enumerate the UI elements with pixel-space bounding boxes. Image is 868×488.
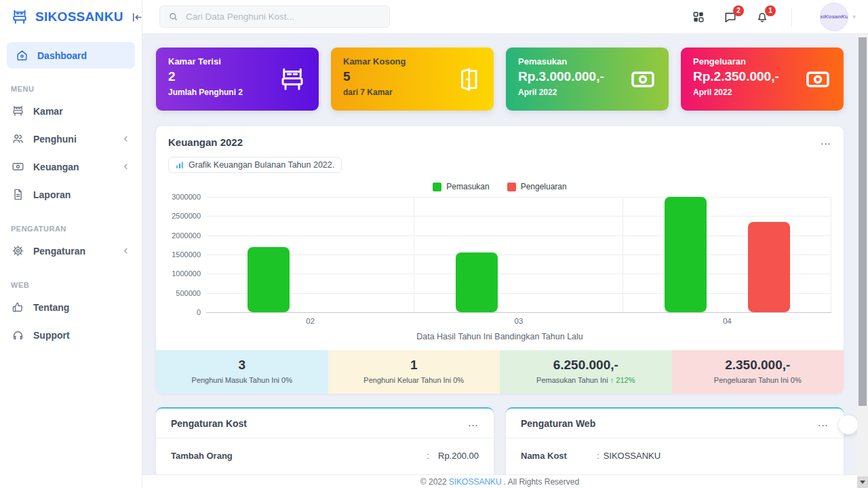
legend-swatch [507, 183, 516, 191]
setting-separator: : [427, 451, 429, 461]
chart-bars-layer [206, 197, 831, 312]
door-open-icon [456, 67, 481, 92]
header-divider [791, 7, 792, 26]
scrollbar-thumb[interactable] [859, 37, 867, 406]
legend-item-pengeluaran[interactable]: Pengeluaran [507, 182, 567, 191]
section-menu: MENU [11, 85, 131, 93]
y-tick-label: 1000000 [172, 269, 201, 278]
y-tick-label: 2500000 [172, 212, 201, 220]
summary-label: Pemasukan Tahun Ini ↑ 212% [505, 376, 667, 384]
card-more-icon[interactable]: ... [469, 420, 479, 428]
y-tick-label: 3000000 [172, 193, 201, 201]
y-tick-label: 1500000 [172, 250, 201, 259]
bar-group-03 [414, 197, 623, 312]
user-avatar[interactable]: siKosanKu [820, 3, 848, 31]
summary-penghuni-masuk: 3 Penghuni Masuk Tahun Ini 0% [156, 350, 328, 394]
sidebar-item-label: Laporan [33, 189, 71, 200]
setting-row-tambah-orang: Tambah Orang : Rp.200.00 [156, 438, 494, 473]
stat-card-pemasukan: Pemasukan Rp.3.000.000,- April 2022 [506, 48, 669, 111]
sidebar-item-laporan[interactable]: Laporan [0, 181, 142, 208]
mini-bar-chart-icon [176, 161, 184, 169]
summary-pemasukan: 6.250.000,- Pemasukan Tahun Ini ↑ 212% [500, 350, 672, 394]
bar-group-04 [623, 197, 831, 312]
top-bar: 2 1 siKosanKu ▾ [142, 0, 868, 34]
user-menu-caret-icon[interactable]: ▾ [852, 13, 856, 20]
document-icon [12, 188, 24, 201]
sidebar-item-label: Keuangan [33, 162, 79, 172]
setting-label: Tambah Orang [171, 451, 233, 461]
y-tick-label: 500000 [176, 289, 201, 297]
bed-icon [12, 105, 24, 117]
sidebar-collapse-icon[interactable] [130, 11, 143, 24]
bar-pemasukan-02[interactable] [248, 247, 290, 312]
sidebar-item-dashboard[interactable]: Dashboard [7, 42, 135, 69]
messages-icon[interactable]: 2 [724, 10, 737, 24]
chart-filter-badge[interactable]: Grafik Keuangan Bulanan Tahun 2022. [168, 157, 342, 173]
bar-pemasukan-03[interactable] [456, 252, 498, 312]
arrow-down-icon [860, 481, 865, 484]
legend-label: Pengeluaran [521, 182, 567, 191]
bed-icon [278, 65, 307, 94]
legend-swatch [433, 183, 441, 191]
legend-label: Pemasukan [446, 182, 489, 191]
setting-value: Rp.200.00 [438, 451, 479, 461]
card-title: Pengaturan Web [521, 418, 595, 429]
banknote-icon [629, 66, 656, 93]
headphones-icon [12, 329, 24, 341]
summary-value: 6.250.000,- [505, 358, 667, 373]
bar-pengeluaran-04[interactable] [748, 222, 790, 312]
sidebar-item-pengaturan[interactable]: Pengaturan [0, 237, 142, 265]
sidebar-item-kamar[interactable]: Kamar [0, 97, 142, 125]
bar-pemasukan-04[interactable] [665, 197, 707, 312]
setting-label: Nama Kost [521, 451, 597, 461]
messages-badge: 2 [733, 5, 744, 16]
section-pengaturan: PENGATURAN [11, 225, 131, 233]
finance-panel: Keuangan 2022 ... Grafik Keuangan Bulana… [156, 126, 844, 394]
sidebar-item-label: Penghuni [33, 134, 77, 145]
search-box [159, 5, 390, 28]
setting-separator: : [597, 451, 599, 461]
chevron-left-icon [121, 162, 130, 171]
sidebar-item-keuangan[interactable]: Keuangan [0, 153, 142, 181]
sidebar-item-label: Pengaturan [33, 246, 85, 257]
stat-title: Kamar Kosong [343, 56, 481, 67]
chevron-left-icon [121, 246, 130, 255]
x-tick-label: 03 [414, 317, 623, 325]
sidebar-item-label: Kamar [33, 106, 63, 117]
banknote-icon [12, 160, 24, 173]
panel-title: Keuangan 2022 [168, 136, 243, 148]
search-input[interactable] [184, 11, 381, 22]
avatar-logo-text: siKosanKu [820, 14, 848, 20]
sidebar-item-support[interactable]: Support [0, 321, 142, 349]
panel-more-icon[interactable]: ... [821, 138, 831, 146]
main-content: Kamar Terisi 2 Jumlah Penghuni 2 Kamar K… [142, 34, 857, 488]
setting-row-nama-kost: Nama Kost : SIKOSSANKU [506, 438, 844, 473]
sidebar-item-penghuni[interactable]: Penghuni [0, 125, 142, 153]
brand-name[interactable]: SIKOSSANKU [35, 10, 123, 24]
page-scrollbar [857, 34, 868, 488]
summary-label: Pengeluaran Tahun Ini 0% [677, 376, 839, 384]
scroll-top-button[interactable] [839, 415, 858, 434]
footer-brand-link[interactable]: SIKOSSANKU [449, 477, 502, 487]
bar-chart: 0500000100000015000002000000250000030000… [156, 191, 844, 325]
summary-penghuni-keluar: 1 Penghuni Keluar Tahun Ini 0% [328, 350, 500, 394]
trend-up-value: ↑ 212% [610, 376, 635, 384]
sidebar-item-label: Support [33, 330, 70, 341]
card-more-icon[interactable]: ... [818, 420, 829, 428]
brand-bed-icon [11, 8, 28, 26]
apps-grid-icon[interactable] [692, 10, 705, 24]
stat-card-pengeluaran: Pengeluaran Rp.2.350.000,- April 2022 [681, 48, 844, 111]
footer-rights: . All Rights Reserved [504, 477, 579, 487]
legend-item-pemasukan[interactable]: Pemasukan [433, 182, 489, 191]
sidebar: SIKOSSANKU Dashboard MENU Kamar [0, 0, 142, 488]
stat-card-kamar-terisi: Kamar Terisi 2 Jumlah Penghuni 2 [156, 48, 319, 111]
summary-value: 3 [161, 358, 323, 373]
scrollbar-down-button[interactable] [857, 476, 868, 488]
chart-y-axis: 0500000100000015000002000000250000030000… [164, 197, 206, 312]
chart-caption: Data Hasil Tahun Ini Bandingkan Tahun La… [156, 332, 844, 341]
notifications-bell-icon[interactable]: 1 [755, 10, 769, 24]
summary-label: Penghuni Masuk Tahun Ini 0% [161, 376, 323, 384]
home-icon [16, 49, 28, 62]
sidebar-item-tentang[interactable]: Tentang [0, 293, 142, 321]
logo-row: SIKOSSANKU [0, 0, 142, 34]
